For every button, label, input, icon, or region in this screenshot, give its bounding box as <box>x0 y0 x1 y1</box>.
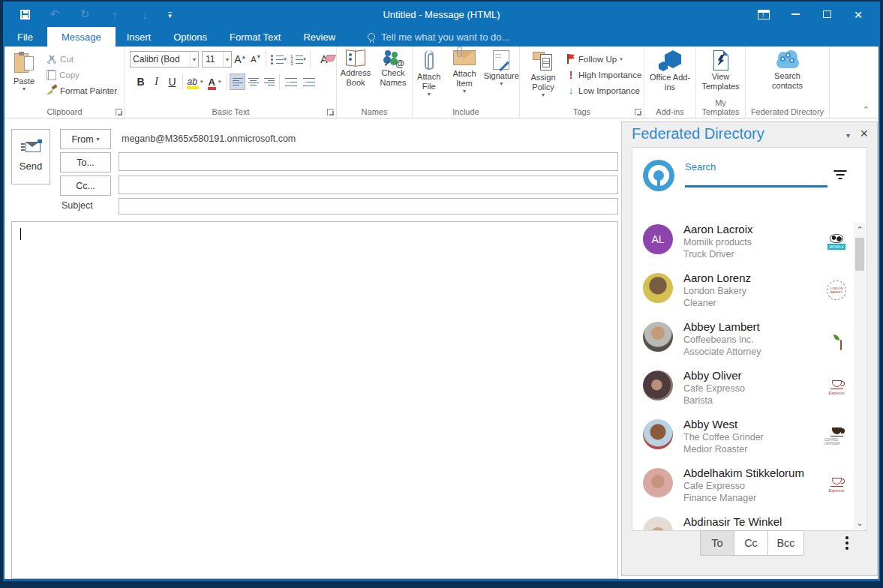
panel-close-icon[interactable]: × <box>860 127 868 140</box>
contact-list-item[interactable]: Abdinasir Te Winkel › <box>632 515 853 531</box>
cc-button[interactable]: Cc... <box>60 176 111 196</box>
customize-qat-icon[interactable]: ‒▾ <box>168 10 172 18</box>
search-input[interactable] <box>685 185 827 188</box>
ribbon-display-options-button[interactable] <box>748 2 779 27</box>
tab-format-text[interactable]: Format Text <box>218 27 292 46</box>
avatar <box>643 322 673 352</box>
office-addins-icon <box>659 50 681 71</box>
underline-button[interactable]: U <box>164 74 180 90</box>
decrease-indent-button[interactable] <box>282 74 300 90</box>
font-size-combo[interactable]: 11 ▾ <box>202 51 232 68</box>
shrink-font-button[interactable]: A▾ <box>248 51 263 68</box>
view-templates-button[interactable]: View Templates <box>698 46 744 102</box>
view-templates-label: View Templates <box>698 72 744 92</box>
tags-dialog-launcher[interactable] <box>635 109 641 116</box>
tab-file[interactable]: File <box>3 27 47 46</box>
federated-group-label: Federated Directory <box>746 107 829 116</box>
bullets-button[interactable]: ▾ <box>269 51 288 68</box>
follow-up-button[interactable]: Follow Up ▾ <box>566 51 641 67</box>
contact-list-item[interactable]: AL Aaron Lacroix Momilk products Truck D… <box>632 223 853 272</box>
font-color-button[interactable]: A▾ <box>205 74 224 90</box>
highlight-color-button[interactable]: ab▾ <box>185 74 205 90</box>
save-icon[interactable] <box>18 8 32 21</box>
scrollbar-thumb[interactable] <box>855 238 864 271</box>
signature-button[interactable]: Signature ▾ <box>484 46 519 102</box>
assign-policy-button[interactable]: Assign Policy ▾ <box>526 48 560 104</box>
align-center-button[interactable] <box>245 74 261 90</box>
grow-font-button[interactable]: A▴ <box>232 51 248 68</box>
cc-segment-button[interactable]: Cc <box>734 530 768 556</box>
font-name-value: Calibri (Bod <box>131 54 185 64</box>
redo-icon[interactable]: ↻ <box>78 8 92 21</box>
to-button[interactable]: To... <box>60 152 111 172</box>
tell-me-label: Tell me what you want to do... <box>381 32 509 43</box>
federated-directory-panel: Federated Directory ▾ × Search AL Aaron … <box>621 122 878 576</box>
to-input[interactable] <box>119 152 618 171</box>
subject-label: Subject <box>62 200 93 211</box>
include-group-label: Include <box>413 107 519 116</box>
from-button[interactable]: From▾ <box>60 129 111 149</box>
expresso-cup-logo: Expresso <box>824 375 848 400</box>
low-importance-button[interactable]: ↓ Low Importance <box>566 82 641 98</box>
clipboard-dialog-launcher[interactable] <box>116 109 122 116</box>
ribbon-group-addins: Office Add-ins Add-ins <box>644 46 696 118</box>
bcc-segment-button[interactable]: Bcc <box>767 530 804 556</box>
contact-company: Cafe Expresso <box>683 481 745 491</box>
attach-item-button[interactable]: Attach Item ▾ <box>447 46 481 102</box>
undo-icon[interactable]: ↶ <box>48 8 62 21</box>
minimize-button[interactable] <box>779 2 811 27</box>
numbering-button[interactable]: 123▾ <box>288 51 308 68</box>
contact-list-item[interactable]: Abby West The Coffee Grinder Medior Roas… <box>632 418 853 466</box>
contact-list-item[interactable]: Aaron Lorenz London Bakery Cleaner LONDO… <box>632 272 853 320</box>
previous-item-icon[interactable]: ↑ <box>108 8 122 21</box>
attach-file-button[interactable]: Attach File ▾ <box>413 46 445 102</box>
search-contacts-button[interactable]: Search contacts <box>761 46 814 102</box>
panel-menu-chevron-icon[interactable]: ▾ <box>846 131 850 140</box>
basic-text-dialog-launcher[interactable] <box>327 109 334 116</box>
message-body-editor[interactable] <box>11 221 618 579</box>
maximize-button[interactable] <box>811 2 842 27</box>
tab-options[interactable]: Options <box>162 27 218 46</box>
cut-button[interactable]: Cut <box>47 51 117 67</box>
copy-icon <box>47 70 56 80</box>
format-painter-button[interactable]: Format Painter <box>47 82 117 98</box>
subject-input[interactable] <box>119 198 618 214</box>
attach-item-label: Attach Item <box>447 69 481 88</box>
copy-button[interactable]: Copy <box>47 67 117 82</box>
tab-message[interactable]: Message <box>47 27 116 46</box>
tab-insert[interactable]: Insert <box>116 27 163 46</box>
to-segment-button[interactable]: To <box>700 530 734 556</box>
bold-button[interactable]: B <box>133 74 149 90</box>
font-name-combo[interactable]: Calibri (Bod ▾ <box>130 51 199 68</box>
send-button[interactable]: Send <box>11 129 50 184</box>
scroll-down-icon[interactable]: ⌄ <box>854 516 866 530</box>
cc-input[interactable] <box>119 176 618 194</box>
quick-access-toolbar: ↶ ↻ ↑ ↓ ‒▾ <box>18 8 172 21</box>
align-left-button[interactable] <box>230 74 245 90</box>
tab-review[interactable]: Review <box>292 27 347 46</box>
next-item-icon[interactable]: ↓ <box>138 8 152 21</box>
tell-me-box[interactable]: Tell me what you want to do... <box>368 27 509 46</box>
outlook-message-window: ↶ ↻ ↑ ↓ ‒▾ Untitled - Message (HTML) × F… <box>0 0 883 588</box>
increase-indent-button[interactable] <box>300 74 318 90</box>
filter-icon[interactable] <box>833 170 847 179</box>
paste-button[interactable]: Paste ▾ <box>14 48 35 104</box>
window-controls: × <box>748 2 874 27</box>
high-importance-button[interactable]: ! High Importance <box>566 67 641 82</box>
align-right-button[interactable] <box>261 74 277 90</box>
office-addins-button[interactable]: Office Add-ins <box>647 46 692 102</box>
contact-list-item[interactable]: Abdelhakim Stikkelorum Cafe Expresso Fin… <box>632 466 853 515</box>
contact-list-item[interactable]: Abby Oliver Cafe Expresso Barista Expres… <box>632 369 853 418</box>
contact-list-scrollbar[interactable]: ⌃ ⌄ <box>854 223 866 530</box>
close-button[interactable]: × <box>842 2 874 27</box>
clear-formatting-button[interactable]: A <box>313 51 335 68</box>
address-book-button[interactable]: Address Book <box>338 46 373 102</box>
signature-icon <box>493 50 509 70</box>
scroll-up-icon[interactable]: ⌃ <box>854 223 866 236</box>
check-names-button[interactable]: ✓@ Check Names <box>376 46 410 102</box>
more-options-kebab-icon[interactable] <box>845 536 848 552</box>
italic-button[interactable]: I <box>149 74 164 90</box>
collapse-ribbon-icon[interactable]: ⌃ <box>863 105 869 115</box>
contact-list-item[interactable]: Abbey Lambert Coffeebeans inc. Associate… <box>632 320 853 369</box>
lightbulb-icon <box>368 33 375 40</box>
